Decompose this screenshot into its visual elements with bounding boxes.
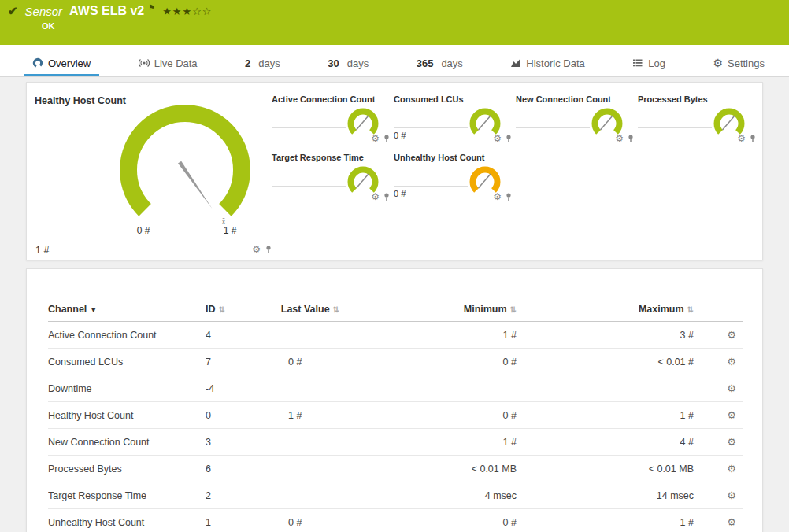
channel-last-value: 0 #: [245, 509, 339, 532]
channel-id: 3: [206, 429, 245, 456]
table-row[interactable]: New Connection Count31 #4 #⚙: [48, 429, 743, 456]
channel-settings-cell[interactable]: ⚙: [694, 375, 743, 402]
channel-name[interactable]: Unhealthy Host Count: [48, 509, 206, 532]
historic-data-chart-icon: [510, 57, 521, 68]
channel-name[interactable]: Consumed LCUs: [48, 349, 206, 375]
table-row[interactable]: Healthy Host Count01 #0 #1 #⚙: [48, 402, 743, 429]
wrench-icon[interactable]: ⚙: [727, 356, 736, 368]
table-row[interactable]: Active Connection Count41 #3 #⚙: [48, 322, 743, 349]
channel-last-value: [245, 322, 339, 349]
mini-gauges-grid: Active Connection Count ⚙ Consumed LCUs: [272, 92, 760, 209]
channel-settings-cell[interactable]: ⚙: [694, 402, 743, 429]
column-label: Last Value: [281, 304, 330, 315]
wrench-icon[interactable]: ⚙: [727, 409, 736, 421]
channel-name[interactable]: Downtime: [48, 375, 206, 402]
pin-icon[interactable]: [383, 192, 391, 201]
channel-name[interactable]: New Connection Count: [48, 429, 206, 456]
gear-icon[interactable]: ⚙: [252, 245, 261, 254]
table-row[interactable]: Target Response Time24 msec14 msec⚙: [48, 482, 743, 509]
tab-overview[interactable]: Overview: [24, 52, 99, 76]
tab-live-data[interactable]: Live Data: [130, 52, 206, 76]
channel-settings-cell[interactable]: ⚙: [694, 322, 743, 349]
mini-gauge-title: New Connection Count: [516, 92, 638, 104]
channel-last-value: [245, 429, 339, 456]
tab-day-number: 365: [417, 57, 434, 69]
divider: [516, 127, 590, 128]
table-row[interactable]: Downtime-4⚙: [48, 375, 743, 402]
sort-icon: ⇅: [219, 305, 225, 314]
divider: [394, 186, 468, 187]
divider: [272, 127, 346, 128]
gear-icon[interactable]: ⚙: [493, 134, 502, 143]
tab-label: days: [258, 57, 280, 69]
wrench-icon[interactable]: ⚙: [727, 516, 736, 528]
table-row[interactable]: Processed Bytes6< 0.01 MB< 0.01 MB⚙: [48, 456, 743, 482]
tab-365-days[interactable]: 365 days: [408, 52, 472, 76]
column-header-tools: [694, 297, 743, 322]
tab-historic-data[interactable]: Historic Data: [502, 52, 593, 76]
column-header-last-value[interactable]: Last Value⇅: [245, 297, 339, 322]
gear-icon[interactable]: ⚙: [371, 192, 380, 201]
channel-settings-cell[interactable]: ⚙: [694, 482, 743, 509]
pin-icon[interactable]: [505, 134, 513, 143]
channel-settings-cell[interactable]: ⚙: [694, 349, 743, 375]
tab-label: Historic Data: [526, 57, 584, 69]
table-row[interactable]: Unhealthy Host Count10 #0 #1 #⚙: [48, 509, 743, 532]
pin-icon[interactable]: [265, 245, 272, 254]
channel-maximum: 3 #: [517, 322, 694, 349]
channel-name[interactable]: Healthy Host Count: [48, 402, 206, 429]
mini-gauge-value: 0 #: [394, 131, 406, 140]
divider: [394, 127, 468, 128]
channel-name[interactable]: Target Response Time: [48, 482, 206, 509]
channel-maximum: 14 msec: [517, 482, 694, 509]
overview-gauge-icon: [32, 57, 43, 68]
sort-desc-icon: ▼: [90, 306, 97, 314]
tab-label: Live Data: [154, 57, 198, 69]
pin-icon[interactable]: [749, 134, 757, 143]
channel-name[interactable]: Processed Bytes: [48, 456, 206, 482]
column-header-channel[interactable]: Channel▼: [48, 297, 206, 322]
tab-log[interactable]: Log: [624, 52, 674, 76]
channel-id: 4: [206, 322, 245, 349]
gear-icon[interactable]: ⚙: [615, 134, 624, 143]
sensor-page: ✔ Sensor AWS ELB v2 ⚑ ★★★☆☆ OK Overview …: [0, 0, 789, 532]
tab-bar: Overview Live Data 2 days 30 days 365 da…: [0, 45, 789, 77]
column-header-minimum[interactable]: Minimum⇅: [339, 297, 517, 322]
channel-name[interactable]: Active Connection Count: [48, 322, 206, 349]
wrench-icon[interactable]: ⚙: [727, 329, 736, 341]
channel-last-value: [245, 456, 339, 482]
column-header-maximum[interactable]: Maximum⇅: [517, 297, 694, 322]
mini-gauge-title: Target Response Time: [272, 150, 394, 162]
channel-settings-cell[interactable]: ⚙: [694, 429, 743, 456]
channel-settings-cell[interactable]: ⚙: [694, 456, 743, 482]
gear-icon[interactable]: ⚙: [371, 134, 380, 143]
wrench-icon[interactable]: ⚙: [727, 382, 736, 394]
channel-minimum: < 0.01 MB: [339, 456, 517, 482]
gauge-max-label: 1 #: [224, 225, 237, 236]
wrench-icon[interactable]: ⚙: [727, 490, 736, 501]
gear-icon[interactable]: ⚙: [737, 134, 746, 143]
sort-icon: ⇅: [333, 305, 339, 314]
tab-settings[interactable]: ⚙ Settings: [704, 52, 773, 76]
tab-day-number: 30: [328, 57, 339, 69]
pin-icon[interactable]: [505, 192, 513, 201]
column-header-id[interactable]: ID⇅: [206, 297, 245, 322]
table-row[interactable]: Consumed LCUs70 #0 #< 0.01 #⚙: [48, 349, 743, 375]
channel-minimum: [339, 375, 517, 402]
priority-stars[interactable]: ★★★☆☆: [162, 6, 212, 17]
gauge-dial: x̄ 0 # 1 #: [94, 95, 276, 253]
channel-settings-cell[interactable]: ⚙: [694, 509, 743, 532]
wrench-icon[interactable]: ⚙: [727, 436, 736, 448]
tab-30-days[interactable]: 30 days: [319, 52, 377, 76]
pin-icon[interactable]: [383, 134, 391, 143]
gear-icon[interactable]: ⚙: [493, 192, 502, 201]
channel-table-body: Active Connection Count41 #3 #⚙Consumed …: [48, 322, 743, 532]
pin-icon[interactable]: [627, 134, 635, 143]
channel-maximum: 4 #: [517, 429, 694, 456]
wrench-icon[interactable]: ⚙: [727, 463, 736, 475]
mini-gauge-unhealthy-host-count: Unhealthy Host Count 0 # ⚙: [394, 150, 516, 209]
flag-icon[interactable]: ⚑: [148, 3, 155, 12]
tab-2-days[interactable]: 2 days: [236, 52, 289, 76]
mini-gauge-consumed-lcus: Consumed LCUs 0 # ⚙: [394, 92, 516, 150]
channel-maximum: < 0.01 MB: [517, 456, 694, 482]
